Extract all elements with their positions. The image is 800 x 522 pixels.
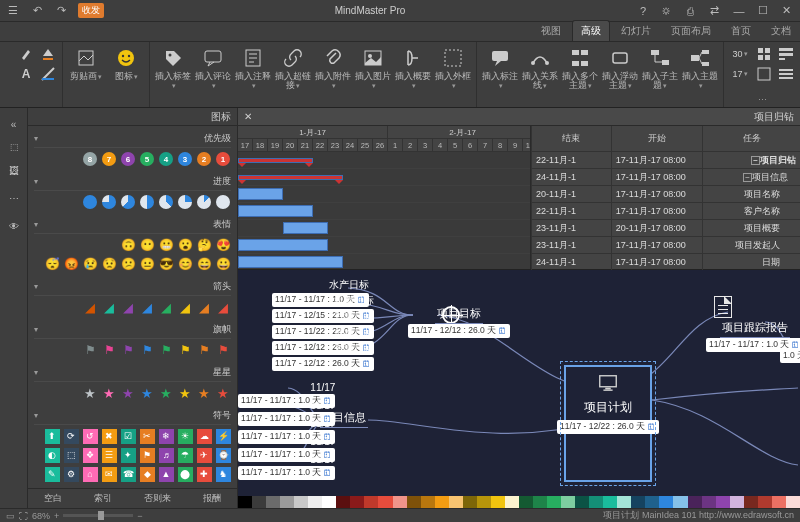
iconlib-item[interactable]: ⌚ [215, 447, 231, 463]
gantt-table[interactable]: 任务 开始 结束 −项目归钻17-11月-17 08:0022-11月-1−项目… [530, 126, 800, 269]
color-swatch[interactable] [533, 496, 547, 508]
iconlib-item[interactable]: ⚑ [101, 342, 117, 358]
iconlib-item[interactable]: ★ [158, 385, 174, 401]
iconlib-item[interactable]: ⚑ [82, 342, 98, 358]
zoom-in-icon[interactable]: + [54, 511, 59, 521]
iconlib-item[interactable]: ☑ [120, 428, 136, 444]
iconlib-item[interactable]: 😮 [177, 237, 193, 253]
iconlib-item[interactable]: ⚑ [158, 342, 174, 358]
ribbon-summ[interactable]: 插入概要▾ [394, 44, 432, 94]
iconlib-item[interactable]: ☁ [196, 428, 212, 444]
zoom-fit-icon[interactable]: ⛶ [19, 511, 28, 521]
iconlib-item[interactable]: 😎 [158, 256, 174, 272]
color-swatch[interactable] [744, 496, 758, 508]
color-swatch[interactable] [435, 496, 449, 508]
node-left1[interactable]: 项目目标 🗓11/17 - 12/12 : 26.0 天 [408, 306, 510, 338]
print-icon[interactable]: ⎙ [684, 4, 698, 18]
iconlib-item[interactable]: 😟 [101, 256, 117, 272]
iconlib-item[interactable]: ★ [215, 385, 231, 401]
color-swatch[interactable] [449, 496, 463, 508]
node-leaf[interactable]: 11/17🗓11/17 - 11/17 : 1.0 天 [238, 454, 335, 480]
settings-icon[interactable]: ⛭ [660, 4, 674, 18]
iconlib-item[interactable]: ⚑ [177, 342, 193, 358]
layout-btn-2[interactable] [754, 44, 774, 64]
color-swatch[interactable] [322, 496, 336, 508]
iconlib-item[interactable]: ★ [177, 385, 193, 401]
close-icon[interactable]: ✕ [780, 4, 794, 18]
color-strip[interactable] [238, 496, 800, 508]
ribbon-comm[interactable]: 插入评论▾ [194, 44, 232, 94]
iconlib-item[interactable]: ◢ [158, 299, 174, 315]
iconlib-item[interactable]: 😬 [158, 237, 174, 253]
color-swatch[interactable] [378, 496, 392, 508]
gantt-row[interactable]: −项目信息17-11月-17 08:0024-11月-1 [531, 169, 800, 186]
ribbon-att[interactable]: 插入附件▾ [314, 44, 352, 94]
iconlib-item[interactable]: ◢ [196, 299, 212, 315]
iconlib-item[interactable]: ✦ [120, 447, 136, 463]
iconlib-footer-btn[interactable]: 否则来 [144, 492, 171, 505]
color-swatch[interactable] [645, 496, 659, 508]
tab-0[interactable]: 文档 [762, 20, 800, 41]
gantt-row[interactable]: 日期17-11月-17 08:0024-11月-1 [531, 254, 800, 271]
color-swatch[interactable] [350, 496, 364, 508]
color-swatch[interactable] [393, 496, 407, 508]
iconlib-item[interactable]: 😶 [139, 237, 155, 253]
sb-eye-icon[interactable]: 👁 [4, 216, 24, 236]
toggle-icon[interactable]: ⇄ [708, 4, 722, 18]
iconlib-item[interactable]: ♞ [215, 466, 231, 482]
color-swatch[interactable] [407, 496, 421, 508]
iconlib-item[interactable]: ⚑ [139, 447, 155, 463]
ribbon-clip[interactable]: 剪贴画▾ [67, 44, 105, 94]
iconlib-item[interactable]: ✎ [44, 466, 60, 482]
iconlib-item[interactable]: 😕 [120, 256, 136, 272]
sb-collapse-icon[interactable]: « [4, 114, 24, 134]
iconlib-item[interactable]: ☰ [101, 447, 117, 463]
color-swatch[interactable] [702, 496, 716, 508]
ribbon-link[interactable]: 插入超链接▾ [274, 44, 312, 94]
iconlib-item[interactable]: ⌂ [82, 466, 98, 482]
iconlib-item[interactable]: ⚑ [139, 342, 155, 358]
color-swatch[interactable] [280, 496, 294, 508]
color-swatch[interactable] [308, 496, 322, 508]
color-swatch[interactable] [772, 496, 786, 508]
iconlib-item[interactable]: ▲ [158, 466, 174, 482]
iconlib-item[interactable]: ⬚ [63, 447, 79, 463]
ribbon-pic[interactable]: 插入图片▾ [354, 44, 392, 94]
color-swatch[interactable] [716, 496, 730, 508]
ribbon-icon[interactable]: 图标▾ [107, 44, 145, 94]
layout-num[interactable]: 30▾ [728, 44, 752, 64]
iconlib-item[interactable]: 😄 [196, 256, 212, 272]
gantt-row[interactable]: 项目发起人17-11月-17 08:0023-11月-1 [531, 237, 800, 254]
iconlib-item[interactable]: ❖ [82, 447, 98, 463]
iconlib-item[interactable]: ★ [139, 385, 155, 401]
gantt-close-icon[interactable]: ✕ [244, 111, 252, 122]
iconlib-item[interactable]: ⬆ [44, 428, 60, 444]
iconlib-item[interactable]: ✖ [101, 428, 117, 444]
color-swatch[interactable] [421, 496, 435, 508]
iconlib-footer-btn[interactable]: 报酬 [203, 492, 221, 505]
iconlib-item[interactable]: ✚ [196, 466, 212, 482]
color-swatch[interactable] [519, 496, 533, 508]
help-icon[interactable]: ? [636, 4, 650, 18]
iconlib-item[interactable]: ♬ [158, 447, 174, 463]
color-swatch[interactable] [238, 496, 252, 508]
ribbon-rel[interactable]: 插入关系线▾ [521, 44, 559, 94]
color-swatch[interactable] [547, 496, 561, 508]
fmt-text-icon[interactable]: A [16, 64, 36, 84]
ribbon-tag[interactable]: 插入标签▾ [154, 44, 192, 94]
color-swatch[interactable] [631, 496, 645, 508]
tab-1[interactable]: 首页 [722, 20, 760, 41]
fmt-brush-icon[interactable] [16, 44, 36, 64]
qat-undo-icon[interactable]: ↶ [30, 4, 44, 18]
color-swatch[interactable] [477, 496, 491, 508]
iconlib-item[interactable]: ◢ [177, 299, 193, 315]
iconlib-item[interactable]: 6 [120, 151, 136, 167]
color-swatch[interactable] [336, 496, 350, 508]
iconlib-item[interactable]: ◢ [82, 299, 98, 315]
zoom-slider[interactable] [63, 514, 133, 517]
color-swatch[interactable] [659, 496, 673, 508]
ribbon-multi[interactable]: 插入多个主题▾ [561, 44, 599, 94]
iconlib-item[interactable]: 1 [215, 151, 231, 167]
ribbon-note[interactable]: 插入注释▾ [234, 44, 272, 94]
sb-image-icon[interactable]: 🖼 [4, 160, 24, 180]
